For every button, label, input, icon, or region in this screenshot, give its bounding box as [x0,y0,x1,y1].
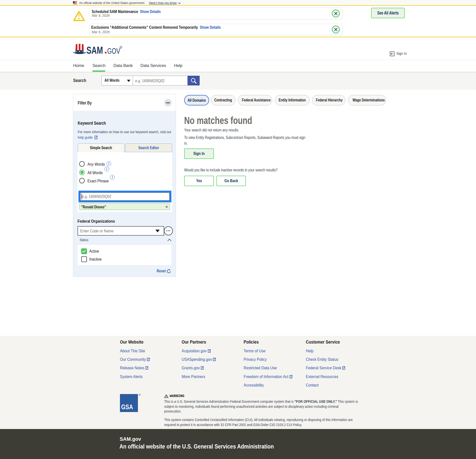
svg-text:SAM: SAM [86,45,103,55]
svg-text:R: R [120,46,122,48]
svg-text:GOV: GOV [107,47,120,55]
